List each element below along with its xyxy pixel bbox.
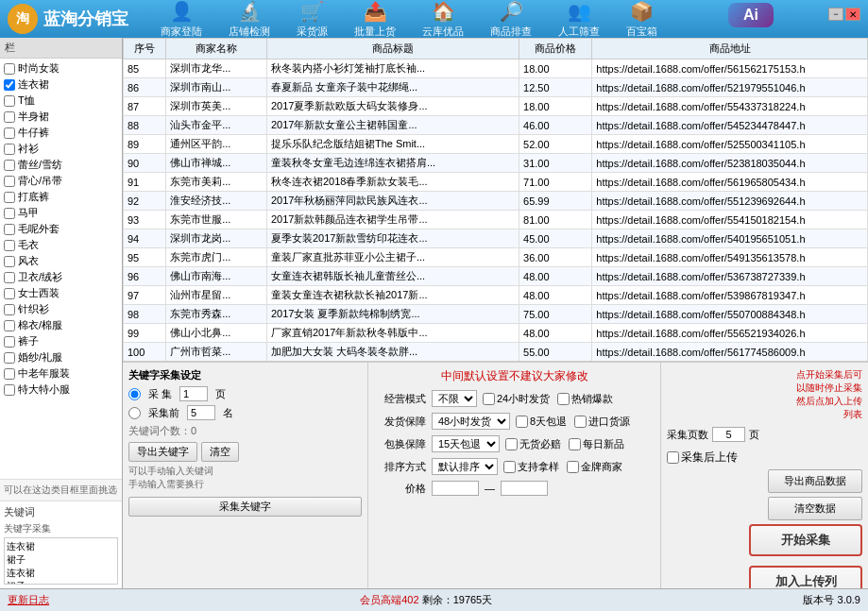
category-tshirt-checkbox[interactable] <box>4 95 15 107</box>
sort-select[interactable]: 默认排序价格升序价格降序销量 <box>432 458 498 475</box>
close-button[interactable]: ✕ <box>845 8 860 21</box>
category-sweater-checkbox[interactable] <box>4 240 15 251</box>
table-row[interactable]: 99佛山小北鼻...厂家直销2017年新款秋冬韩版中...48.00https:… <box>124 324 868 343</box>
cb-sample[interactable]: 支持拿样 <box>503 460 559 474</box>
cb-24h[interactable]: 24小时发货 <box>483 392 550 406</box>
table-row[interactable]: 86深圳市南山...春夏新品 女童亲子装中花绑绳...12.50https://… <box>124 78 868 97</box>
category-jeans[interactable]: 牛仔裤 <box>2 125 120 141</box>
category-elder-checkbox[interactable] <box>4 368 15 380</box>
ai-badge[interactable]: Ai <box>728 3 774 27</box>
table-row[interactable]: 92淮安经济技...2017年秋杨丽萍同款民族风连衣...65.99https:… <box>124 192 868 211</box>
table-row[interactable]: 91东莞市美莉...秋冬连衣裙2018春季新款女装毛...71.00https:… <box>124 173 868 192</box>
category-pants[interactable]: 裤子 <box>2 333 120 349</box>
category-coat[interactable]: 毛呢外套 <box>2 221 120 237</box>
category-fashionwomen-checkbox[interactable] <box>4 63 15 75</box>
nav-shop-detect[interactable]: 🔬 店铺检测 <box>215 0 283 42</box>
export-keyword-button[interactable]: 导出关键字 <box>128 442 197 462</box>
collect-before-input[interactable] <box>187 405 215 420</box>
table-row[interactable]: 89通州区平韵...捉乐乐队纪念版结姐裙The Smit...52.00http… <box>124 135 868 154</box>
nav-merchant-login[interactable]: 👤 商家登陆 <box>147 0 215 42</box>
nav-cloud[interactable]: 🏠 云库优品 <box>409 0 477 42</box>
start-collect-button[interactable]: 开始采集 <box>749 524 862 556</box>
category-leggings-checkbox[interactable] <box>4 192 15 203</box>
category-leggings[interactable]: 打底裤 <box>2 189 120 205</box>
category-elder[interactable]: 中老年服装 <box>2 365 120 382</box>
clear-keyword-button[interactable]: 清空 <box>201 442 239 462</box>
category-cotton-checkbox[interactable] <box>4 320 15 331</box>
collect-page-input[interactable] <box>179 386 208 401</box>
table-row[interactable]: 98东莞市秀森...2017女装 夏季新款纯棉制绣宽...75.00https:… <box>124 305 868 324</box>
table-row[interactable]: 93东莞市世服...2017新款韩颜品连衣裙学生吊带...81.00https:… <box>124 211 868 229</box>
category-plus[interactable]: 特大特小服 <box>2 382 120 398</box>
nav-batch-upload[interactable]: 📤 批量上货 <box>341 0 409 42</box>
category-wedding-checkbox[interactable] <box>4 352 15 364</box>
category-suit-checkbox[interactable] <box>4 288 15 299</box>
collect-keyword-button[interactable]: 采集关键字 <box>128 497 362 517</box>
table-row[interactable]: 95东莞市虎门...童装厂家直批苏菲亚小公主裙子...36.00https://… <box>124 248 868 267</box>
category-lace-checkbox[interactable] <box>4 160 15 171</box>
category-skirt-checkbox[interactable] <box>4 111 15 123</box>
category-skirt[interactable]: 半身裙 <box>2 109 120 125</box>
table-row[interactable]: 96佛山市南海...女童连衣裙韩版长袖儿童蕾丝公...48.00https://… <box>124 267 868 286</box>
category-hoodie[interactable]: 卫衣/绒衫 <box>2 269 120 285</box>
table-row[interactable]: 85深圳市龙华...秋冬装内搭小衫灯笼袖打底长袖...18.00https://… <box>124 59 868 78</box>
collect-page-radio[interactable] <box>128 388 141 400</box>
category-windcoat-checkbox[interactable] <box>4 256 15 267</box>
package-select[interactable]: 15天包退7天包退不限 <box>432 435 500 452</box>
keyword-list[interactable]: 连衣裙裙子连衣裙裙子女装大码时尚女装裙子 <box>4 537 118 585</box>
category-pants-checkbox[interactable] <box>4 336 15 348</box>
cb-gold[interactable]: 金牌商家 <box>567 460 622 474</box>
category-windcoat[interactable]: 风衣 <box>2 253 120 269</box>
category-knit[interactable]: 针织衫 <box>2 301 120 317</box>
clear-data-button[interactable]: 清空数据 <box>768 497 862 520</box>
nav-sourcing[interactable]: 🛒 采货源 <box>283 0 341 42</box>
category-dress-checkbox[interactable] <box>4 79 15 91</box>
cb-import[interactable]: 进口货源 <box>574 415 630 429</box>
category-fashionwomen[interactable]: 时尚女装 <box>2 60 120 76</box>
business-mode-select[interactable]: 不限工厂贸易 <box>432 390 477 407</box>
collect-before-radio[interactable] <box>128 407 141 419</box>
table-row[interactable]: 100广州市哲菜...加肥加大女装 大码冬装冬款胖...55.00https:/… <box>124 343 868 362</box>
category-hoodie-checkbox[interactable] <box>4 272 15 283</box>
cb-hot[interactable]: 热销爆款 <box>557 392 613 406</box>
category-cotton[interactable]: 棉衣/棉服 <box>2 317 120 333</box>
cb-norequired[interactable]: 无货必赔 <box>505 437 561 451</box>
category-vest2-checkbox[interactable] <box>4 208 15 219</box>
category-jeans-checkbox[interactable] <box>4 127 15 139</box>
table-row[interactable]: 94深圳市龙岗...夏季女装2017新款雪纺印花连衣...45.00https:… <box>124 229 868 248</box>
delivery-select[interactable]: 48小时发货24小时发货当日发货 <box>432 413 510 430</box>
table-row[interactable]: 90佛山市禅城...童装秋冬女童毛边连绵连衣裙搭肩...31.00https:/… <box>124 154 868 173</box>
category-dress[interactable]: 连衣裙 <box>2 76 120 93</box>
category-lace[interactable]: 蕾丝/雪纺 <box>2 157 120 173</box>
category-vest2[interactable]: 马甲 <box>2 205 120 221</box>
product-table-container[interactable]: 序号 商家名称 商品标题 商品价格 商品地址 85深圳市龙华...秋冬装内搭小衫… <box>123 38 868 362</box>
nav-product-check[interactable]: 🔎 商品排查 <box>477 0 545 42</box>
collect-pages-input[interactable] <box>712 427 745 442</box>
cb-dailynew[interactable]: 每日新品 <box>569 437 624 451</box>
price-min-input[interactable] <box>432 481 479 496</box>
category-coat-checkbox[interactable] <box>4 224 15 235</box>
table-row[interactable]: 87深圳市英美...2017夏季新款欧版大码女装修身...18.00https:… <box>124 97 868 116</box>
table-row[interactable]: 97汕州市星留...童装女童连衣裙秋款长袖2017新...48.00https:… <box>124 286 868 305</box>
price-max-input[interactable] <box>501 481 548 496</box>
add-upload-button[interactable]: 加入上传列表 <box>749 566 862 588</box>
cb-8day[interactable]: 8天包退 <box>516 415 567 429</box>
category-wedding[interactable]: 婚纱/礼服 <box>2 349 120 365</box>
category-suit[interactable]: 女士西装 <box>2 285 120 301</box>
update-log-link[interactable]: 更新日志 <box>8 593 49 607</box>
category-sweater[interactable]: 毛衣 <box>2 237 120 253</box>
nav-toolbox[interactable]: 📦 百宝箱 <box>613 0 671 42</box>
category-knit-checkbox[interactable] <box>4 304 15 315</box>
nav-manual-filter[interactable]: 👥 人工筛查 <box>545 0 613 42</box>
export-data-button[interactable]: 导出商品数据 <box>768 469 862 493</box>
category-plus-checkbox[interactable] <box>4 384 15 396</box>
minimize-button[interactable]: － <box>828 8 843 21</box>
table-row[interactable]: 88汕头市金平...2017年新款女童公主裙韩国童...46.00https:/… <box>124 116 868 135</box>
category-list[interactable]: 时尚女装 连衣裙 T恤 半身裙 牛仔裤 <box>0 59 122 479</box>
cb-after-collect[interactable]: 采集后上传 <box>667 450 862 466</box>
category-shirt-checkbox[interactable] <box>4 144 15 155</box>
category-vest[interactable]: 背心/吊带 <box>2 173 120 189</box>
category-tshirt[interactable]: T恤 <box>2 93 120 109</box>
category-shirt[interactable]: 衬衫 <box>2 141 120 157</box>
category-vest-checkbox[interactable] <box>4 176 15 187</box>
